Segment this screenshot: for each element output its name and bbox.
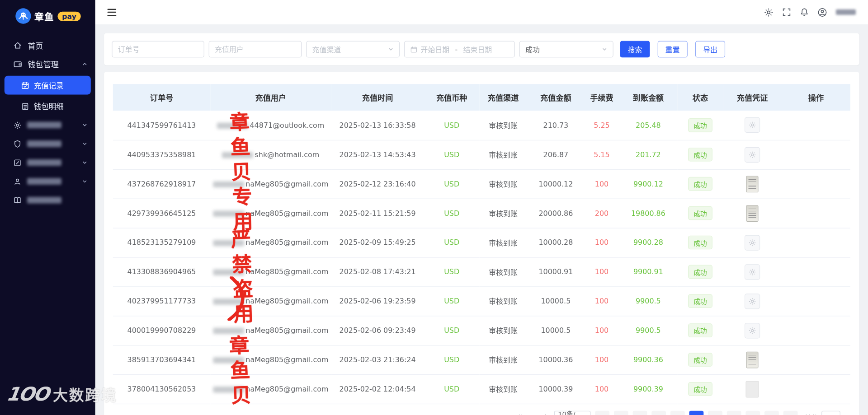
order-number-cell: 440953375358981 bbox=[113, 140, 211, 169]
records-table: 订单号充值用户充值时间充值币种充值渠道充值金额手续费到账金额状态充值凭证操作 4… bbox=[113, 84, 850, 404]
column-header: 订单号 bbox=[113, 84, 211, 111]
user-email-cell: shk@hotmail.com bbox=[210, 140, 331, 169]
voucher-placeholder-icon[interactable] bbox=[745, 235, 760, 250]
page-size-select[interactable]: 10条/页 bbox=[554, 410, 591, 415]
pagination-page-1[interactable]: 1 bbox=[614, 410, 628, 415]
user-avatar-icon[interactable] bbox=[818, 8, 827, 17]
recharge-time-cell: 2025-02-06 19:23:59 bbox=[331, 286, 424, 316]
table-row: 44134759976141344871@outlook.com2025-02-… bbox=[113, 111, 850, 140]
sidebar-item-redacted[interactable] bbox=[0, 172, 95, 191]
status-cell: 成功 bbox=[678, 111, 723, 140]
date-start-placeholder: 开始日期 bbox=[421, 44, 450, 54]
received-amount-cell: 201.72 bbox=[619, 140, 678, 169]
bell-icon[interactable] bbox=[800, 8, 809, 17]
gear-icon bbox=[13, 121, 21, 129]
username-redacted[interactable] bbox=[836, 9, 856, 15]
recharge-time-cell: 2025-02-03 21:36:24 bbox=[331, 345, 424, 374]
status-badge: 成功 bbox=[688, 177, 712, 191]
received-amount-cell: 9900.91 bbox=[619, 257, 678, 286]
pagination-pages: 1…789101112… bbox=[614, 410, 779, 415]
recharge-channel-select[interactable]: 充值渠道 bbox=[306, 41, 400, 58]
currency-cell: USD bbox=[424, 199, 479, 228]
home-icon bbox=[13, 41, 22, 50]
recharge-time-cell: 2025-02-06 09:23:49 bbox=[331, 316, 424, 345]
received-amount-cell: 9900.28 bbox=[619, 228, 678, 257]
chevron-down-icon bbox=[602, 47, 607, 52]
pagination-prev-button[interactable]: ‹ bbox=[595, 410, 609, 415]
pagination-next-button[interactable]: › bbox=[783, 410, 798, 415]
sidebar-item-redacted[interactable] bbox=[0, 191, 95, 210]
received-amount-cell: 205.48 bbox=[619, 111, 678, 140]
sidebar-item-redacted[interactable] bbox=[0, 116, 95, 135]
logo-text-cn: 章鱼 bbox=[34, 9, 54, 23]
order-number-cell: 429739936645125 bbox=[113, 199, 211, 228]
voucher-cell bbox=[723, 316, 782, 345]
select-value: 成功 bbox=[525, 44, 540, 54]
shield-icon bbox=[13, 140, 21, 148]
voucher-thumbnail[interactable] bbox=[746, 351, 759, 368]
sidebar-menu: 首页 钱包管理 充值记录 钱包 bbox=[0, 36, 95, 210]
settings-icon[interactable] bbox=[764, 8, 774, 17]
status-cell: 成功 bbox=[678, 257, 723, 286]
order-no-input[interactable] bbox=[112, 41, 204, 58]
user-email-cell: naMeg805@gmail.com bbox=[210, 257, 331, 286]
amount-cell: 10000.12 bbox=[527, 169, 585, 199]
voucher-thumbnail[interactable] bbox=[746, 205, 759, 222]
sidebar-item-recharge-records[interactable]: 充值记录 bbox=[5, 76, 91, 95]
status-cell: 成功 bbox=[678, 374, 723, 404]
chevron-up-icon bbox=[82, 61, 87, 67]
recharge-user-input[interactable] bbox=[209, 41, 302, 58]
sidebar-item-label: 钱包明细 bbox=[34, 101, 64, 112]
table-row: 440953375358981shk@hotmail.com2025-02-13… bbox=[113, 140, 850, 169]
column-header: 充值时间 bbox=[331, 84, 424, 111]
voucher-placeholder-icon[interactable] bbox=[745, 264, 760, 280]
sidebar-item-wallet-group[interactable]: 钱包管理 bbox=[0, 55, 95, 74]
reset-button[interactable]: 重置 bbox=[658, 41, 688, 58]
fee-cell: 100 bbox=[585, 169, 619, 199]
action-cell bbox=[782, 316, 850, 345]
pagination-page-11[interactable]: 11 bbox=[727, 410, 741, 415]
voucher-placeholder-icon[interactable] bbox=[745, 294, 760, 309]
voucher-placeholder-icon[interactable] bbox=[745, 117, 760, 133]
collapse-menu-icon[interactable] bbox=[108, 9, 117, 16]
redacted-label bbox=[27, 197, 61, 204]
redacted-label bbox=[27, 159, 61, 166]
user-email-cell: naMeg805@gmail.com bbox=[210, 374, 331, 404]
fee-cell: 5.25 bbox=[585, 111, 619, 140]
fullscreen-icon[interactable] bbox=[782, 8, 791, 17]
chevron-down-icon bbox=[82, 179, 87, 184]
goto-page-input[interactable] bbox=[821, 410, 840, 415]
order-number-cell: 402379951177733 bbox=[113, 286, 211, 316]
status-badge: 成功 bbox=[688, 206, 712, 220]
chevron-down-icon bbox=[82, 122, 87, 128]
redacted-email-prefix bbox=[217, 123, 248, 129]
recharge-time-cell: 2025-02-13 14:53:43 bbox=[331, 140, 424, 169]
status-select[interactable]: 成功 bbox=[519, 41, 613, 58]
redacted-label bbox=[27, 140, 61, 147]
sidebar-item-redacted[interactable] bbox=[0, 135, 95, 154]
status-cell: 成功 bbox=[678, 228, 723, 257]
chevron-down-icon bbox=[388, 47, 393, 52]
recharge-time-cell: 2025-02-02 12:04:54 bbox=[331, 374, 424, 404]
redacted-label bbox=[27, 178, 61, 185]
date-range-picker[interactable]: 开始日期 - 结束日期 bbox=[404, 41, 515, 58]
pagination-page-10[interactable]: 10 bbox=[708, 410, 722, 415]
sidebar-item-wallet-detail[interactable]: 钱包明细 bbox=[0, 97, 95, 116]
pagination-goto: 前往 页 bbox=[804, 410, 850, 415]
pagination-page-9[interactable]: 9 bbox=[689, 410, 703, 415]
channel-cell: 审核到账 bbox=[479, 316, 527, 345]
sidebar-item-redacted[interactable] bbox=[0, 153, 95, 172]
voucher-placeholder-icon[interactable] bbox=[745, 147, 760, 162]
voucher-placeholder-icon[interactable] bbox=[745, 322, 760, 338]
recharge-time-cell: 2025-02-09 15:49:25 bbox=[331, 228, 424, 257]
pagination-page-7[interactable]: 7 bbox=[651, 410, 666, 415]
table-row: 385913703694341naMeg805@gmail.com2025-02… bbox=[113, 345, 850, 374]
sidebar-item-home[interactable]: 首页 bbox=[0, 36, 95, 55]
fee-cell: 100 bbox=[585, 374, 619, 404]
export-button[interactable]: 导出 bbox=[695, 41, 725, 58]
search-button[interactable]: 搜索 bbox=[620, 41, 650, 58]
action-cell bbox=[782, 286, 850, 316]
voucher-thumbnail[interactable] bbox=[746, 176, 759, 192]
pagination-page-8[interactable]: 8 bbox=[670, 410, 685, 415]
pagination-page-12[interactable]: 12 bbox=[745, 410, 760, 415]
